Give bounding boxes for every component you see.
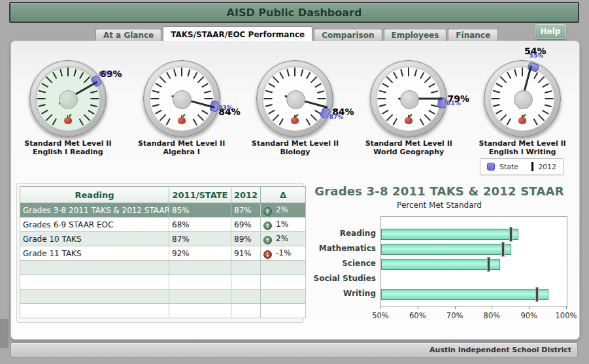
table-row-grade-10-taks[interactable]: Grade 10 TAKS87%89%↑2% — [20, 232, 306, 246]
cell-2011-state: 87% — [169, 232, 231, 246]
x-axis-label-90: 90% — [513, 311, 545, 320]
help-button[interactable]: Help — [535, 24, 566, 39]
cell-2011-state: 68% — [169, 218, 231, 232]
gauge-caption-line2: World Geography — [352, 148, 465, 156]
x-axis-tick — [455, 306, 456, 309]
gauge-caption-line1: Standard Met Level II — [125, 139, 239, 148]
x-axis-label-60: 60% — [402, 311, 433, 320]
cell-2012: 89% — [231, 232, 261, 246]
gauge-state-label: 68% — [99, 71, 113, 77]
gauge-state-label: 55% — [530, 52, 544, 59]
gauge-state-label: 87% — [329, 114, 344, 120]
cell-empty — [169, 304, 231, 318]
gauge-caption: Standard Met Level IIAlgebra I — [125, 139, 239, 156]
cell-empty — [261, 261, 306, 275]
delta-value: 2% — [276, 205, 288, 214]
chart-title: Grades 3-8 2011 TAKS & 2012 STAAR — [307, 184, 572, 198]
year-bar-swatch-icon — [531, 162, 533, 171]
cell-label: Grade 11 TAKS — [20, 246, 169, 261]
cell-label: Grades 3-8 2011 TAKS & 2012 STAAR — [20, 203, 169, 218]
gauge-row: 69%68%Standard Met Level IIEnglish I Rea… — [11, 48, 579, 175]
cell-empty — [261, 290, 306, 304]
gauge-caption: Standard Met Level IIWorld Geography — [352, 139, 465, 156]
tab-taks-staar-eoc-performance[interactable]: TAKS/STAAR/EOC Performance — [163, 26, 312, 41]
cell-empty — [231, 290, 261, 304]
gauge-english-i-writing[interactable]: 54%55%Standard Met Level IIEnglish I Wri… — [465, 48, 579, 175]
chart-bar-science — [381, 259, 500, 270]
tab-employees[interactable]: Employees — [383, 29, 446, 41]
x-axis-tick — [380, 306, 381, 309]
cell-2011-state: 85% — [169, 203, 231, 218]
table-row-empty — [20, 275, 306, 290]
delta-value: 2% — [276, 234, 288, 243]
chart-category-social-studies: Social Studies — [300, 274, 376, 283]
gauge-dial: 54%55% — [484, 60, 561, 137]
cell-delta: ↑2% — [261, 232, 306, 246]
tab-strip: At a GlanceTAKS/STAAR/EOC PerformanceCom… — [95, 26, 499, 41]
window-frame-edge — [0, 319, 8, 348]
chart-bar-writing — [381, 289, 548, 300]
arrow-up-icon: ↑ — [263, 222, 272, 230]
tab-finance[interactable]: Finance — [448, 29, 498, 41]
column-header-: Δ — [261, 187, 306, 203]
gauge-world-geography[interactable]: 79%81%Standard Met Level IIWorld Geograp… — [352, 48, 465, 175]
gauge-dial: 69%68% — [29, 60, 107, 137]
table-row-grades-6-9-staar-eoc[interactable]: Grades 6-9 STAAR EOC68%69%↑1% — [20, 218, 306, 232]
gauge-legend: State 2012 — [480, 158, 564, 175]
performance-table-body: Grades 3-8 2011 TAKS & 2012 STAAR85%87%↑… — [20, 203, 306, 318]
dashboard-screen: AISD Public Dashboard Help At a GlanceTA… — [0, 0, 589, 364]
table-row-empty — [20, 261, 306, 275]
x-axis-label-50: 50% — [365, 311, 396, 320]
column-header-2012: 2012 — [231, 187, 261, 203]
state-marker-swatch-icon — [487, 163, 495, 171]
page-title: AISD Public Dashboard — [227, 7, 362, 19]
apple-icon — [64, 117, 72, 124]
x-axis-tick — [566, 306, 567, 309]
apple-icon — [518, 117, 526, 124]
table-header-row: Reading2011/STATE2012Δ — [20, 187, 306, 203]
tab-at-a-glance[interactable]: At a Glance — [95, 29, 161, 41]
cell-delta: ↑1% — [261, 218, 306, 232]
tab-comparison[interactable]: Comparison — [314, 29, 382, 41]
gauge-hub — [400, 90, 419, 109]
table-row-grades-3-8-2011-taks-2012-staar[interactable]: Grades 3-8 2011 TAKS & 2012 STAAR85%87%↑… — [20, 203, 306, 218]
cell-empty — [169, 290, 231, 304]
table-row-grade-11-taks[interactable]: Grade 11 TAKS92%91%↓-1% — [20, 246, 306, 261]
column-header-reading: Reading — [20, 187, 169, 203]
legend-state-label: State — [499, 163, 518, 171]
chart-marker-writing — [536, 288, 538, 301]
gauge-caption-line1: Standard Met Level II — [465, 139, 579, 148]
x-axis-label-80: 80% — [476, 311, 507, 320]
chart-marker-mathematics — [502, 242, 504, 256]
chart-category-reading: Reading — [300, 229, 376, 238]
cell-delta: ↑2% — [261, 203, 306, 218]
gauge-caption-line1: Standard Met Level II — [352, 139, 465, 148]
arrow-down-icon: ↓ — [263, 250, 272, 259]
gauge-caption-line2: Biology — [239, 148, 352, 156]
delta-value: -1% — [276, 248, 291, 257]
gauge-caption-line2: Algebra I — [125, 148, 239, 156]
gauge-hub — [514, 90, 533, 109]
gauge-hub — [286, 90, 305, 109]
chart-bar-mathematics — [381, 244, 511, 255]
cell-empty — [20, 261, 169, 275]
gauge-biology[interactable]: 84%87%Standard Met Level IIBiology — [239, 48, 352, 175]
apple-icon — [405, 117, 412, 124]
cell-empty — [231, 304, 261, 318]
gauge-english-i-reading[interactable]: 69%68%Standard Met Level IIEnglish I Rea… — [11, 48, 125, 175]
chart-marker-reading — [510, 227, 512, 241]
x-axis-tick — [418, 306, 418, 309]
cell-2012: 87% — [231, 203, 261, 218]
gauge-hub — [59, 90, 78, 109]
cell-empty — [231, 275, 261, 290]
gauge-algebra-i[interactable]: 84%83%Standard Met Level IIAlgebra I — [125, 48, 239, 175]
cell-empty — [20, 304, 169, 318]
cell-2011-state: 92% — [169, 246, 231, 261]
performance-table-header: Reading2011/STATE2012Δ — [20, 187, 306, 203]
x-axis-label-100: 100% — [550, 311, 582, 320]
footer-text: Austin Independent School District — [429, 346, 571, 354]
gauge-state-label: 81% — [446, 100, 461, 107]
gauge-dial: 84%87% — [256, 60, 333, 137]
delta-value: 1% — [276, 220, 288, 229]
cell-empty — [20, 290, 169, 304]
